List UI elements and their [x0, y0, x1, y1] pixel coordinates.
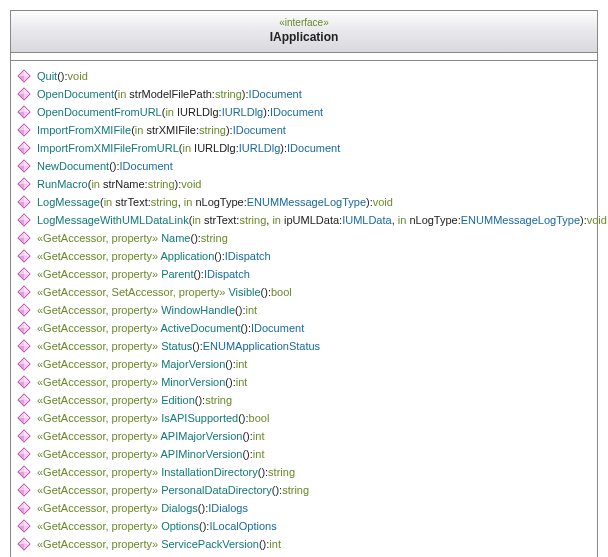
member-signature: OpenDocument(in strModelFilePath:string)… [37, 85, 302, 103]
operation-icon [17, 321, 31, 335]
member-signature: LogMessage(in strText:string, in nLogTyp… [37, 193, 393, 211]
member-row: NewDocument():IDocument [15, 157, 593, 175]
operation-icon [17, 249, 31, 263]
operation-icon [17, 105, 31, 119]
member-row: «GetAccessor, property» Application():ID… [15, 247, 593, 265]
class-stereotype: «interface» [11, 17, 597, 28]
operation-icon [17, 231, 31, 245]
operation-icon [17, 501, 31, 515]
operation-icon [17, 465, 31, 479]
member-row: «GetAccessor, property» Dialogs():IDialo… [15, 499, 593, 517]
member-signature: «GetAccessor, property» MinorVersion():i… [37, 373, 247, 391]
operation-icon [17, 357, 31, 371]
member-row: «GetAccessor, property» PersonalDataDire… [15, 481, 593, 499]
member-row: «GetAccessor, property» Name():string [15, 229, 593, 247]
member-signature: OpenDocumentFromURL(in IURLDlg:IURLDlg):… [37, 103, 323, 121]
operation-icon [17, 159, 31, 173]
operation-icon [17, 87, 31, 101]
class-header: «interface» IApplication [11, 11, 597, 53]
member-signature: ImportFromXMIFileFromURL(in IURLDlg:IURL… [37, 139, 340, 157]
operation-icon [17, 537, 31, 551]
member-row: «GetAccessor, property» Options():ILocal… [15, 517, 593, 535]
operation-icon [17, 339, 31, 353]
member-signature: «GetAccessor, property» Edition():string [37, 391, 232, 409]
member-row: «GetAccessor, property» APIMinorVersion(… [15, 445, 593, 463]
member-row: «GetAccessor, property» IsAPISupported()… [15, 409, 593, 427]
operation-icon [17, 375, 31, 389]
member-signature: «GetAccessor, SetAccessor, property» Vis… [37, 283, 292, 301]
member-row: «GetAccessor, property» APIMajorVersion(… [15, 427, 593, 445]
member-row: LogMessage(in strText:string, in nLogTyp… [15, 193, 593, 211]
member-signature: «GetAccessor, property» MajorVersion():i… [37, 355, 247, 373]
uml-interface-box: «interface» IApplication Quit():voidOpen… [10, 10, 598, 557]
operation-icon [17, 483, 31, 497]
operation-icon [17, 195, 31, 209]
member-row: OpenDocument(in strModelFilePath:string)… [15, 85, 593, 103]
operation-icon [17, 393, 31, 407]
member-signature: «GetAccessor, property» Name():string [37, 229, 228, 247]
member-signature: Quit():void [37, 67, 88, 85]
member-signature: «GetAccessor, property» WindowHandle():i… [37, 301, 257, 319]
class-name: IApplication [11, 30, 597, 44]
member-row: RunMacro(in strName:string):void [15, 175, 593, 193]
member-signature: «GetAccessor, property» Application():ID… [37, 247, 271, 265]
member-row: «GetAccessor, property» ActiveDocument()… [15, 319, 593, 337]
member-row: ImportFromXMIFileFromURL(in IURLDlg:IURL… [15, 139, 593, 157]
operation-icon [17, 177, 31, 191]
operation-icon [17, 411, 31, 425]
member-signature: RunMacro(in strName:string):void [37, 175, 202, 193]
member-row: ImportFromXMIFile(in strXMIFile:string):… [15, 121, 593, 139]
member-signature: ImportFromXMIFile(in strXMIFile:string):… [37, 121, 286, 139]
member-signature: «GetAccessor, property» ActiveDocument()… [37, 319, 304, 337]
operation-icon [17, 69, 31, 83]
member-signature: «GetAccessor, property» IsAPISupported()… [37, 409, 269, 427]
operation-icon [17, 447, 31, 461]
member-signature: «GetAccessor, property» ServicePackVersi… [37, 535, 281, 553]
operation-icon [17, 429, 31, 443]
operations-compartment: Quit():voidOpenDocument(in strModelFileP… [11, 61, 597, 557]
operation-icon [17, 213, 31, 227]
operation-icon [17, 303, 31, 317]
operation-icon [17, 519, 31, 533]
member-row: «GetAccessor, property» WindowHandle():i… [15, 301, 593, 319]
operation-icon [17, 141, 31, 155]
member-row: LogMessageWithUMLDataLink(in strText:str… [15, 211, 593, 229]
member-signature: «GetAccessor, property» PersonalDataDire… [37, 481, 309, 499]
operation-icon [17, 123, 31, 137]
member-signature: «GetAccessor, property» InstallationDire… [37, 463, 295, 481]
member-row: OpenDocumentFromURL(in IURLDlg:IURLDlg):… [15, 103, 593, 121]
member-signature: «GetAccessor, property» Status():ENUMApp… [37, 337, 320, 355]
operation-icon [17, 285, 31, 299]
member-row: «GetAccessor, property» Status():ENUMApp… [15, 337, 593, 355]
member-row: «GetAccessor, SetAccessor, property» Vis… [15, 283, 593, 301]
member-signature: «GetAccessor, property» Options():ILocal… [37, 517, 277, 535]
member-row: «GetAccessor, property» MinorVersion():i… [15, 373, 593, 391]
attributes-compartment-empty [11, 53, 597, 61]
member-row: «GetAccessor, property» InstallationDire… [15, 463, 593, 481]
member-row: «GetAccessor, property» Parent():IDispat… [15, 265, 593, 283]
member-signature: LogMessageWithUMLDataLink(in strText:str… [37, 211, 607, 229]
member-row: Quit():void [15, 67, 593, 85]
member-signature: «GetAccessor, property» Parent():IDispat… [37, 265, 250, 283]
member-signature: NewDocument():IDocument [37, 157, 173, 175]
member-row: «GetAccessor, property» ServicePackVersi… [15, 535, 593, 553]
member-row: «GetAccessor, property» Edition():string [15, 391, 593, 409]
member-signature: «GetAccessor, property» APIMinorVersion(… [37, 445, 264, 463]
member-row: «GetAccessor, property» MajorVersion():i… [15, 355, 593, 373]
operation-icon [17, 267, 31, 281]
member-signature: «GetAccessor, property» Dialogs():IDialo… [37, 499, 248, 517]
member-signature: «GetAccessor, property» APIMajorVersion(… [37, 427, 264, 445]
